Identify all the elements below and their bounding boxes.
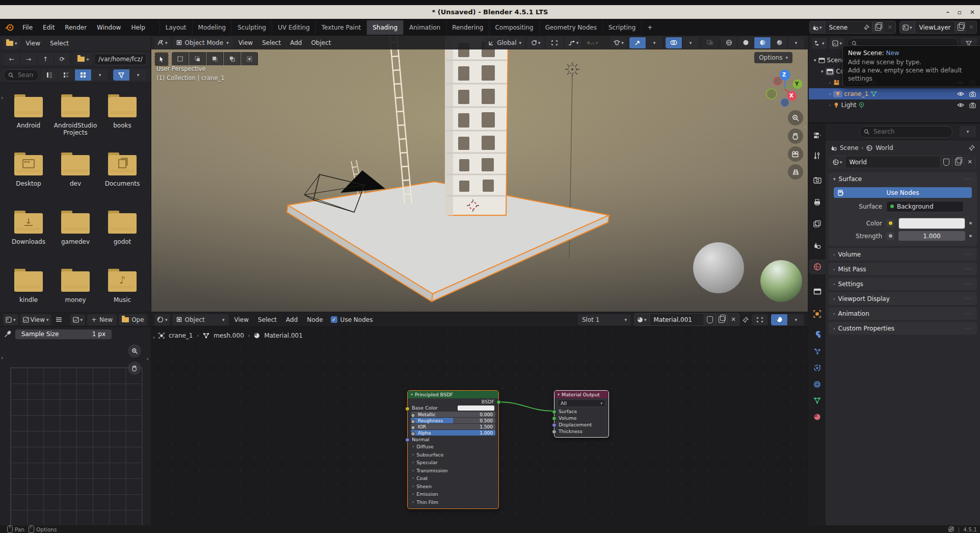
breadcrumb-world[interactable]: World (876, 144, 893, 151)
alpha-slider[interactable]: Alpha1.000 (411, 430, 495, 436)
disable-render-icon[interactable] (969, 103, 976, 108)
breadcrumb-mesh[interactable]: mesh.000 (214, 332, 244, 339)
folder-item[interactable]: Documents (99, 149, 146, 207)
eyedropper-icon[interactable] (4, 331, 11, 338)
file-browser-sidebar-toggle[interactable]: › (1, 94, 3, 101)
overlays-toggle[interactable] (666, 37, 682, 48)
tab-object-data[interactable] (809, 393, 826, 408)
editor-type-button[interactable]: ▾ (3, 314, 18, 325)
object-type-visibility-dropdown[interactable]: ▾ (611, 37, 627, 48)
remove-viewlayer-button[interactable]: ✕ (966, 22, 976, 33)
shader-menu-select[interactable]: Select (254, 316, 280, 323)
base-color-socket[interactable] (405, 407, 410, 411)
folder-item[interactable]: Desktop (5, 149, 52, 207)
pin-icon[interactable] (743, 317, 749, 323)
metallic-slider[interactable]: Metallic0.000 (411, 412, 495, 417)
shading-material-preview-button[interactable] (754, 37, 771, 48)
up-button[interactable]: ↑ (37, 54, 54, 65)
display-settings-dropdown[interactable]: ▾ (92, 69, 109, 81)
breadcrumb-object[interactable]: crane_1 (169, 332, 193, 339)
roughness-socket[interactable] (411, 419, 415, 423)
tab-object[interactable] (809, 306, 826, 321)
transform-orientation-dropdown[interactable]: Global▾ (485, 37, 525, 48)
refresh-button[interactable]: ⟳ (54, 54, 71, 65)
overlays-dropdown[interactable]: ▾ (788, 314, 805, 325)
falloff-dropdown[interactable]: ▾ (584, 37, 600, 48)
surface-panel-header[interactable]: ▾ Surface ···· (829, 172, 977, 185)
panel-grip[interactable]: ···· (965, 176, 972, 182)
menu-file[interactable]: File (17, 24, 38, 31)
fake-user-button[interactable] (704, 314, 716, 325)
surface-input-socket[interactable] (552, 410, 557, 414)
section-diffuse[interactable]: ›Diffuse (408, 443, 498, 451)
shader-toolbar-toggle[interactable]: › (153, 334, 155, 341)
new-viewlayer-button[interactable] (955, 22, 965, 33)
slot-dropdown[interactable]: Slot 1▾ (578, 314, 631, 325)
xray-toggle[interactable] (702, 37, 718, 48)
viewport-menu-add[interactable]: Add (286, 39, 305, 46)
mode-dropdown[interactable]: Object Mode▾ (172, 37, 233, 48)
select-mode-subtract[interactable] (206, 52, 223, 65)
tab-view-layer[interactable] (809, 216, 826, 232)
select-mode-set[interactable] (172, 52, 189, 65)
material-datablock[interactable]: ▾ Material.001 ✕ (634, 313, 739, 326)
delete-scene-button[interactable]: ✕ (884, 22, 895, 33)
editor-type-button[interactable]: ▾ (812, 38, 827, 49)
tab-world[interactable] (809, 259, 826, 274)
panel-custom-properties[interactable]: ›Custom Properties···· (829, 322, 977, 335)
disable-render-icon[interactable] (969, 91, 976, 97)
display-thumbnails-button[interactable] (75, 69, 92, 81)
fake-user-button[interactable] (940, 157, 952, 167)
folder-item[interactable]: ↓Downloads (5, 207, 52, 265)
section-specular[interactable]: ›Specular (408, 459, 498, 467)
folder-item[interactable]: godot (99, 207, 146, 265)
tab-rendering[interactable]: Rendering (446, 20, 489, 35)
active-tool-select-box[interactable] (154, 52, 169, 66)
unlink-material-button[interactable]: ✕ (727, 314, 739, 325)
outliner-row-crane[interactable]: › crane_1 (809, 88, 980, 99)
hide-eye-icon[interactable] (957, 91, 964, 96)
snapping-magnet-button[interactable] (546, 37, 563, 48)
tab-material[interactable] (809, 409, 826, 424)
displacement-input-socket[interactable] (552, 423, 557, 427)
ior-slider[interactable]: IOR1.500 (411, 424, 495, 429)
viewlayer-selector[interactable]: ▾ ViewLayer ✕ (899, 21, 977, 34)
viewport-3d[interactable]: . Z Y X ▾ Object Mode▾ View Select Add O… (151, 36, 808, 312)
shading-rendered-button[interactable] (771, 37, 788, 48)
sample-size-slider[interactable]: Sample Size 1 px (15, 329, 112, 339)
world-datablock[interactable]: ▾ World ✕ (830, 156, 976, 168)
volume-input-socket[interactable] (552, 416, 557, 421)
breadcrumb-material[interactable]: Material.001 (264, 332, 302, 339)
node-material-output[interactable]: ▾ Material Output All ▾ Surface Volume D… (554, 390, 609, 438)
editor-type-button[interactable]: ▾ (154, 314, 170, 325)
tab-compositing[interactable]: Compositing (489, 20, 539, 35)
tab-layout[interactable]: Layout (160, 20, 192, 35)
roughness-slider[interactable]: Roughness0.500 (411, 418, 495, 423)
tab-modifiers[interactable] (809, 326, 826, 342)
overlays-toggle[interactable] (771, 314, 788, 325)
file-search[interactable] (4, 69, 39, 81)
pan-gizmo[interactable] (788, 129, 803, 144)
animate-dot[interactable] (969, 222, 972, 224)
folder-item[interactable]: AndroidStudioProjects (52, 91, 99, 149)
viewport-menu-object[interactable]: Object (307, 39, 334, 46)
file-menu-select[interactable]: Select (46, 40, 72, 47)
new-scene-button[interactable] (872, 22, 884, 33)
tab-uv-editing[interactable]: UV Editing (272, 20, 315, 35)
path-field[interactable]: /var/home/fcz/ (94, 54, 147, 65)
tab-texture-paint[interactable]: Texture Paint (315, 20, 366, 35)
copy-world-button[interactable] (952, 157, 964, 167)
grid-view-gizmo[interactable] (788, 164, 803, 180)
scene-selector[interactable]: ▾ Scene ✕ (809, 21, 896, 34)
bsdf-output-socket[interactable] (496, 400, 501, 404)
color-swatch[interactable] (898, 218, 965, 229)
viewport-menu-select[interactable]: Select (258, 39, 284, 46)
shader-menu-node[interactable]: Node (303, 316, 326, 323)
proportional-editing-dropdown[interactable]: ▾ (565, 37, 581, 48)
world-name[interactable]: World (845, 159, 940, 166)
filter-settings-dropdown[interactable]: ▾ (130, 69, 147, 81)
section-coat[interactable]: ›Coat (408, 474, 498, 483)
section-thin-film[interactable]: ›Thin Film (408, 498, 498, 506)
folder-item[interactable]: Android (5, 91, 52, 149)
zoom-gizmo[interactable] (788, 110, 803, 125)
